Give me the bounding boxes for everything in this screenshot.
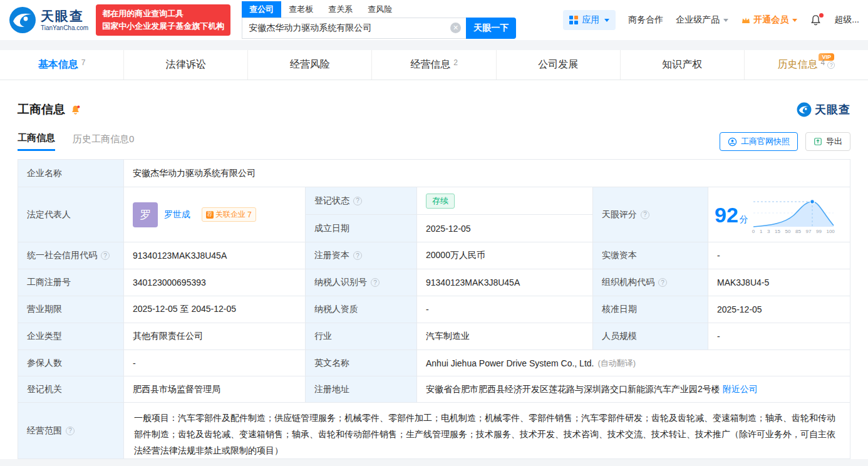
tab-basic-info[interactable]: 基本信息 7	[0, 50, 124, 80]
tab-company-development[interactable]: 公司发展	[497, 50, 621, 80]
field-label-english-name: 英文名称	[306, 350, 417, 376]
export-label: 导出	[826, 136, 842, 147]
export-icon	[814, 137, 822, 146]
apps-grid-icon	[569, 16, 578, 24]
tab-history-info[interactable]: VIP 历史信息 4 ?	[745, 50, 868, 80]
info-icon[interactable]: ?	[101, 251, 110, 260]
field-value-taxpayer-quality: -	[417, 296, 593, 323]
info-icon[interactable]: ?	[658, 278, 667, 287]
field-value-approval-date: 2025-12-05	[708, 296, 850, 323]
field-value-reg-status: 存续	[417, 187, 593, 215]
export-button[interactable]: 导出	[805, 132, 850, 151]
related-companies-badge[interactable]: 荐 关联企业 7	[202, 207, 256, 222]
snapshot-icon	[728, 137, 737, 147]
brand-name: 天眼查	[41, 9, 88, 23]
nearby-companies-link[interactable]: 附近公司	[723, 384, 758, 395]
business-info-table: 企业名称 安徽杰华动力驱动系统有限公司 法定代表人 罗 罗世成 荐 关联企业 7…	[18, 159, 850, 459]
field-label-reg-authority: 登记机关	[18, 376, 124, 403]
auto-translate-note: (自动翻译)	[597, 358, 636, 369]
tianyancha-logo[interactable]: 天眼查 TianYanCha.com	[9, 6, 88, 34]
info-icon[interactable]: ?	[66, 427, 75, 435]
search-tab-boss[interactable]: 查老板	[281, 1, 321, 18]
search-tab-relation[interactable]: 查关系	[321, 1, 360, 18]
field-label-company-name: 企业名称	[18, 160, 124, 187]
field-label-taxpayer-quality: 纳税人资质	[306, 296, 417, 323]
field-value-english-name: Anhui Jiehua Power Drive System Co., Ltd…	[417, 350, 850, 376]
subtab-business-info[interactable]: 工商信息	[18, 132, 55, 151]
tab-count: 4	[821, 58, 825, 67]
search-tab-risk[interactable]: 查风险	[360, 1, 400, 18]
field-value-tyc-score: 92分 0131550859799100	[708, 187, 850, 242]
info-icon[interactable]: ?	[353, 251, 362, 260]
official-snapshot-button[interactable]: 工商官网快照	[720, 132, 798, 151]
info-icon[interactable]: ?	[641, 210, 649, 219]
chevron-down-icon	[792, 19, 797, 22]
promo-line1: 都在用的商业查询工具	[102, 8, 224, 20]
field-label-establish-date: 成立日期	[306, 215, 417, 242]
info-icon[interactable]: ?	[353, 197, 362, 205]
search-row: ✕ 天眼一下	[242, 18, 516, 39]
subscribe-bell-icon[interactable]	[70, 105, 81, 115]
tab-operation-info[interactable]: 经营信息 2	[372, 50, 496, 80]
search-area: 查公司 查老板 查关系 查风险 ✕ 天眼一下	[242, 2, 516, 39]
nav-enterprise-products[interactable]: 企业级产品	[676, 14, 728, 26]
subtab-label: 历史工商信息	[73, 133, 129, 144]
info-icon[interactable]: ?	[827, 61, 835, 69]
legal-rep-link[interactable]: 罗世成	[164, 209, 190, 220]
field-label-business-term: 营业期限	[18, 296, 124, 323]
field-value-reg-authority: 肥西县市场监督管理局	[124, 376, 306, 403]
tab-count: 7	[81, 58, 86, 67]
page-title: 工商信息	[18, 101, 65, 118]
nav-super-label: 超级...	[834, 14, 859, 26]
top-header: 天眼查 TianYanCha.com 都在用的商业查询工具 国家中小企业发展子基…	[0, 0, 868, 40]
info-icon[interactable]: ?	[371, 278, 380, 287]
nav-super[interactable]: 超级...	[834, 14, 859, 26]
score-chart: 0131550859799100	[752, 195, 835, 234]
logo-text: 天眼查 TianYanCha.com	[41, 9, 88, 31]
search-button[interactable]: 天眼一下	[466, 18, 516, 39]
field-label-paid-capital: 实缴资本	[593, 242, 708, 269]
promo-line2: 国家中小企业发展子基金旗下机构	[102, 20, 224, 33]
field-label-staff-size: 人员规模	[593, 323, 708, 350]
field-label-business-scope: 经营范围?	[18, 403, 124, 459]
subtab-count: 0	[129, 133, 134, 144]
nav-open-vip[interactable]: 开通会员	[741, 14, 797, 26]
status-badge: 存续	[426, 194, 455, 209]
clear-search-icon[interactable]: ✕	[450, 23, 461, 33]
tab-legal-litigation[interactable]: 法律诉讼	[124, 50, 248, 80]
field-value-company-type: 其他有限责任公司	[124, 323, 306, 350]
subtab-row: 工商信息 历史工商信息0 工商官网快照 导出	[18, 132, 850, 152]
field-label-org-code: 组织机构代码?	[593, 269, 708, 296]
tab-label: 经营信息	[410, 58, 450, 71]
tianyancha-logo-icon	[797, 102, 812, 117]
page-gap	[0, 40, 868, 50]
watermark-brand: 天眼查	[815, 102, 850, 117]
field-label-reg-address: 注册地址	[306, 376, 417, 403]
page-bottom-gap	[0, 459, 868, 466]
nav-business-cooperation[interactable]: 商务合作	[628, 14, 663, 26]
apps-menu[interactable]: 应用	[563, 10, 616, 30]
field-label-reg-capital: 注册资本?	[306, 242, 417, 269]
score-curve-chart	[752, 195, 835, 228]
snapshot-label: 工商官网快照	[741, 136, 790, 147]
field-label-credit-code: 统一社会信用代码?	[18, 242, 124, 269]
field-value-staff-size: -	[708, 323, 850, 350]
tab-operation-risk[interactable]: 经营风险	[248, 50, 372, 80]
nav-enterprise-label: 企业级产品	[676, 14, 720, 26]
notifications-bell[interactable]	[810, 14, 822, 26]
search-tabs: 查公司 查老板 查关系 查风险	[242, 2, 516, 18]
tab-intellectual-property[interactable]: 知识产权	[621, 50, 745, 80]
subtab-history-business-info[interactable]: 历史工商信息0	[73, 133, 134, 150]
search-tab-company[interactable]: 查公司	[242, 1, 281, 18]
chevron-down-icon	[723, 19, 728, 22]
promo-banner: 都在用的商业查询工具 国家中小企业发展子基金旗下机构	[96, 4, 230, 36]
company-tabs: 基本信息 7 法律诉讼 经营风险 经营信息 2 公司发展 知识产权 VIP 历史…	[0, 50, 868, 80]
tab-count: 2	[453, 58, 458, 67]
section-actions: 工商官网快照 导出	[720, 132, 850, 151]
field-value-reg-address: 安徽省合肥市肥西县经济开发区莲花路与深圳路交口新能源汽车产业园2号楼 附近公司	[417, 376, 850, 403]
legal-rep-avatar[interactable]: 罗	[133, 202, 158, 227]
field-label-tyc-score: 天眼评分?	[593, 187, 708, 242]
search-input[interactable]	[242, 18, 466, 39]
field-value-business-term: 2025-12-05 至 2045-12-05	[124, 296, 306, 323]
nav-coop-label: 商务合作	[628, 14, 663, 26]
